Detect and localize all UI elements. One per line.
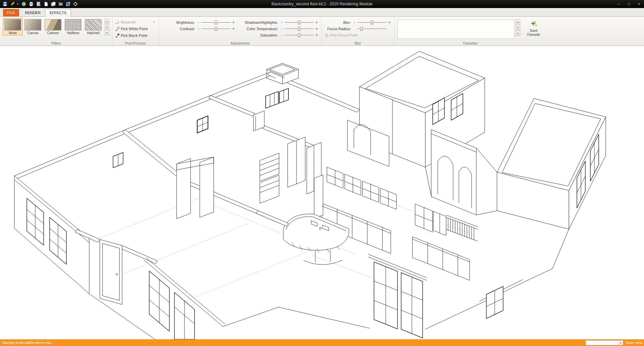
- shadows-slider-handle[interactable]: [298, 20, 301, 24]
- focus-radius-slider-handle[interactable]: [360, 27, 363, 31]
- focus-radius-slider[interactable]: [357, 26, 387, 31]
- shadows-slider[interactable]: [284, 20, 314, 25]
- favorites-group-label: Favorites: [394, 41, 546, 45]
- pick-focus-point-label: Pick Focus Point: [330, 33, 358, 37]
- filters-scroll-up-icon[interactable]: ▲: [105, 19, 109, 24]
- tab-file[interactable]: FILE: [3, 9, 19, 16]
- close-button[interactable]: ×: [634, 0, 644, 8]
- filter-cartoon-thumbnail: [45, 19, 61, 30]
- favorites-scroll-up-icon[interactable]: ▲: [516, 19, 520, 24]
- ribbon-effects: None Canvas Cartoon Halftone Hatched: [0, 17, 644, 46]
- blur-plus-button[interactable]: +: [387, 20, 391, 24]
- filter-halftone[interactable]: Halftone: [63, 18, 83, 36]
- filter-none[interactable]: None: [3, 18, 23, 36]
- tab-effects[interactable]: EFFECTS: [45, 9, 71, 17]
- filter-halftone-thumbnail: [65, 19, 82, 30]
- brightness-plus-button[interactable]: +: [231, 20, 235, 24]
- filter-hatched[interactable]: Hatched: [83, 18, 103, 36]
- saturation-slider[interactable]: [284, 33, 314, 38]
- contrast-slider[interactable]: [201, 26, 231, 31]
- quick-access-toolbar: ▼: [0, 1, 78, 7]
- print-preview-icon[interactable]: [35, 1, 42, 7]
- blur-group-label: Blur: [322, 41, 394, 45]
- shadows-plus-button[interactable]: +: [315, 20, 319, 24]
- save-favorite-label: Save Favorite: [527, 28, 540, 37]
- misc-walls: [256, 211, 288, 226]
- group-post-process: Reset All ▼ Pick White Point Pick Black …: [112, 17, 159, 46]
- filters-expand-icon[interactable]: ▼: [105, 30, 109, 35]
- black-point-eyedropper-icon: [115, 33, 119, 38]
- filters-group-label: Filters: [0, 41, 112, 45]
- adjustments-group-label: Adjustments: [159, 41, 321, 45]
- combo-dropdown-icon[interactable]: ▼: [618, 341, 623, 345]
- blur-label: Blur:: [324, 20, 353, 24]
- save-icon[interactable]: [2, 1, 8, 7]
- titlebar: ▼ Backc: [0, 0, 644, 8]
- new-document-icon[interactable]: [43, 1, 49, 7]
- saturation-plus-button[interactable]: +: [315, 33, 319, 37]
- focus-point-icon: [324, 33, 329, 38]
- favorites-scroll-down-icon[interactable]: ▼: [516, 25, 520, 30]
- filter-hatched-label: Hatched: [84, 31, 102, 35]
- sliding-doors: [368, 254, 427, 338]
- focus-radius-label: Focus Radius:: [324, 27, 353, 31]
- color-temperature-slider[interactable]: [284, 26, 314, 31]
- save-favorite-icon: [530, 20, 537, 27]
- saturation-minus-button[interactable]: -: [280, 33, 284, 37]
- status-message: Starting ExternalRenderer.exe...: [0, 341, 55, 345]
- favorites-list[interactable]: [397, 19, 515, 39]
- blur-slider-handle[interactable]: [371, 20, 373, 24]
- tab-render[interactable]: RENDER: [20, 9, 45, 16]
- publish-icon[interactable]: [20, 1, 27, 7]
- settings-icon[interactable]: [72, 1, 78, 7]
- contrast-plus-button[interactable]: +: [231, 27, 235, 31]
- minimize-button[interactable]: ─: [614, 0, 624, 8]
- white-point-eyedropper-icon: [115, 27, 119, 31]
- saturation-slider-handle[interactable]: [298, 33, 301, 37]
- filters-scroll-down-icon[interactable]: ▼: [105, 24, 109, 29]
- brightness-slider-handle[interactable]: [215, 20, 217, 24]
- color-temperature-plus-button[interactable]: +: [315, 27, 319, 31]
- favorites-expand-icon[interactable]: ▼: [516, 31, 520, 36]
- saturation-label: Saturation:: [239, 33, 280, 37]
- right-cabinets: [413, 204, 470, 280]
- filter-none-label: None: [4, 31, 22, 35]
- blur-slider[interactable]: [357, 20, 387, 25]
- edit-icon[interactable]: [9, 1, 15, 7]
- shadows-minus-button[interactable]: -: [280, 20, 284, 24]
- save-favorite-button[interactable]: Save Favorite: [524, 19, 544, 37]
- capture-icon[interactable]: [57, 1, 64, 7]
- filter-canvas[interactable]: Canvas: [23, 18, 43, 36]
- color-temperature-minus-button[interactable]: -: [280, 27, 284, 31]
- save-view-combobox[interactable]: ▼: [586, 340, 623, 345]
- filter-cartoon[interactable]: Cartoon: [43, 18, 63, 36]
- contrast-slider-handle[interactable]: [215, 27, 217, 31]
- brightness-minus-button[interactable]: -: [197, 20, 201, 24]
- filter-canvas-label: Canvas: [24, 31, 42, 35]
- edit-dropdown-icon[interactable]: ▼: [16, 3, 19, 6]
- reset-all-button[interactable]: Reset All ▼: [115, 19, 156, 25]
- left-wing: [14, 130, 258, 294]
- reset-all-dropdown-icon[interactable]: ▼: [153, 21, 156, 24]
- maximize-button[interactable]: □: [624, 0, 634, 8]
- filter-hatched-thumbnail: [85, 19, 102, 30]
- brightness-slider[interactable]: [201, 20, 231, 25]
- filter-canvas-thumbnail: [24, 19, 41, 30]
- window-grid-icon[interactable]: [65, 1, 71, 7]
- pick-black-point-button[interactable]: Pick Black Point: [115, 33, 156, 38]
- color-temperature-slider-handle[interactable]: [298, 27, 301, 31]
- filter-cartoon-label: Cartoon: [44, 31, 62, 35]
- brightness-label: Brightness:: [162, 20, 197, 24]
- rendering-module-window: ▼ Backc: [0, 0, 644, 346]
- pick-focus-point-button[interactable]: Pick Focus Point: [324, 32, 391, 38]
- copy-icon[interactable]: [50, 1, 56, 7]
- render-viewport[interactable]: [0, 46, 644, 339]
- wireframe-floorplan-drawing: [0, 46, 644, 339]
- pick-white-point-button[interactable]: Pick White Point: [115, 26, 156, 31]
- contrast-minus-button[interactable]: -: [197, 27, 201, 31]
- pick-black-point-label: Pick Black Point: [121, 33, 147, 38]
- filter-none-thumbnail: [4, 19, 21, 30]
- blur-minus-button[interactable]: -: [353, 20, 357, 24]
- contrast-label: Contrast:: [162, 27, 197, 31]
- print-icon[interactable]: [28, 1, 34, 7]
